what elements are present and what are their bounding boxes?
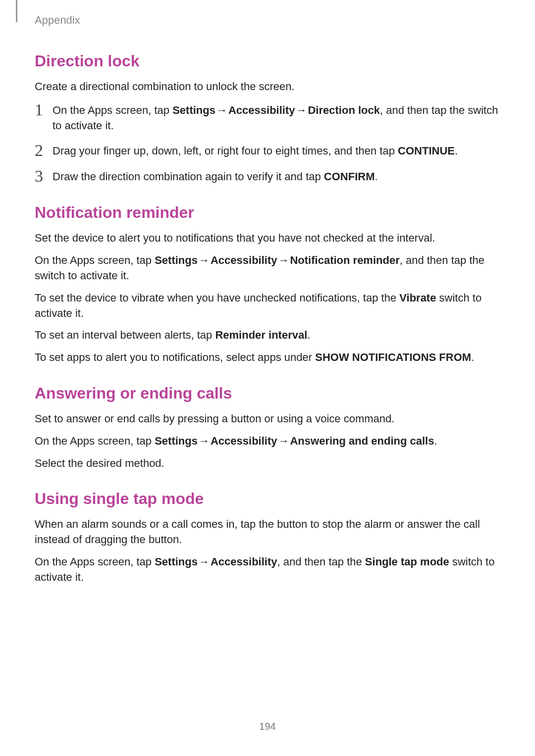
notification-p5: To set apps to alert you to notification…	[35, 350, 500, 365]
notification-p3: To set the device to vibrate when you ha…	[35, 291, 500, 321]
answering-p1: Set to answer or end calls by pressing a…	[35, 411, 500, 427]
header-section-label: Appendix	[35, 14, 80, 27]
heading-single-tap: Using single tap mode	[35, 490, 500, 508]
heading-answering-calls: Answering or ending calls	[35, 384, 500, 403]
step-body: On the Apps screen, tap Settings→Accessi…	[53, 101, 500, 134]
step-3: 3 Draw the direction combination again t…	[35, 168, 500, 185]
heading-direction-lock: Direction lock	[35, 52, 500, 70]
step-number: 1	[35, 101, 53, 118]
notification-p1: Set the device to alert you to notificat…	[35, 231, 500, 246]
notification-p4: To set an interval between alerts, tap R…	[35, 328, 500, 343]
answering-p2: On the Apps screen, tap Settings→Accessi…	[35, 434, 500, 449]
header-tab-marker	[16, 0, 17, 22]
heading-notification-reminder: Notification reminder	[35, 203, 500, 222]
page-number: 194	[0, 721, 535, 732]
step-2: 2 Drag your finger up, down, left, or ri…	[35, 142, 500, 159]
step-1: 1 On the Apps screen, tap Settings→Acces…	[35, 101, 500, 134]
direction-lock-intro: Create a directional combination to unlo…	[35, 79, 500, 95]
notification-p2: On the Apps screen, tap Settings→Accessi…	[35, 253, 500, 284]
step-body: Draw the direction combination again to …	[53, 168, 378, 185]
step-number: 3	[35, 168, 53, 185]
answering-p3: Select the desired method.	[35, 456, 500, 471]
singletap-p2: On the Apps screen, tap Settings→Accessi…	[35, 554, 500, 585]
step-number: 2	[35, 142, 53, 159]
singletap-p1: When an alarm sounds or a call comes in,…	[35, 517, 500, 548]
step-body: Drag your finger up, down, left, or righ…	[53, 142, 458, 159]
